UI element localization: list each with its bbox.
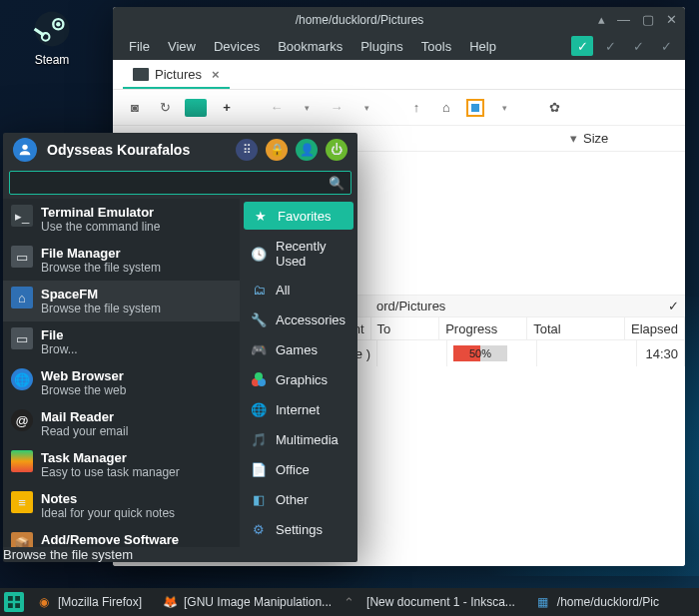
task-to: [377, 340, 447, 366]
fav-task-manager[interactable]: Task ManagerEasy to use task manager: [3, 444, 240, 485]
disk-icon[interactable]: ◙: [125, 98, 145, 118]
gimp-icon: 🦊: [162, 594, 178, 610]
task-spacefm[interactable]: ▦/home/ducklord/Pic: [527, 591, 667, 613]
spacefm-task-icon: ▦: [535, 594, 551, 610]
fav-software[interactable]: 📦Add/Remove SoftwareAdd or remove softwa…: [3, 526, 240, 547]
logout-icon[interactable]: 👤: [296, 139, 318, 161]
fm-titlebar[interactable]: /home/ducklord/Pictures ▴ — ▢ ✕: [113, 7, 685, 32]
settings-button[interactable]: ✿: [544, 98, 564, 118]
new-tab-button[interactable]: +: [217, 98, 237, 118]
tab-pictures[interactable]: Pictures ×: [123, 62, 230, 89]
refresh-icon[interactable]: ↻: [155, 98, 175, 118]
window-shade-icon[interactable]: ▴: [598, 12, 605, 27]
fav-file-manager[interactable]: ▭File ManagerBrowse the file system: [3, 240, 240, 281]
search-input[interactable]: 🔍: [9, 171, 351, 195]
menu-file[interactable]: File: [121, 35, 158, 58]
cat-games[interactable]: 🎮Games: [240, 334, 357, 364]
menu-bookmarks[interactable]: Bookmarks: [270, 35, 350, 58]
tab-label: Pictures: [155, 67, 202, 82]
games-icon: 🎮: [250, 340, 268, 358]
column-size[interactable]: Size: [583, 131, 673, 146]
forward-button[interactable]: →: [327, 98, 347, 118]
panel-toggle-1[interactable]: ✓: [571, 36, 593, 56]
panel-toggle-2[interactable]: ✓: [599, 36, 621, 56]
col-total[interactable]: Total: [527, 317, 625, 339]
back-dropdown[interactable]: ▾: [297, 98, 317, 118]
forward-dropdown[interactable]: ▾: [356, 98, 376, 118]
mail-icon: @: [11, 409, 33, 431]
fav-web-browser[interactable]: 🌐Web BrowserBrowse the web: [3, 362, 240, 403]
fav-mail[interactable]: @Mail ReaderRead your email: [3, 403, 240, 444]
fav-notes[interactable]: ≡NotesIdeal for your quick notes: [3, 485, 240, 526]
cat-accessories[interactable]: 🔧Accessories: [240, 305, 357, 334]
tab-close-icon[interactable]: ×: [212, 67, 220, 82]
fav-spacefm[interactable]: ⌂SpaceFMBrowse the file system: [3, 281, 240, 321]
application-menu: Odysseas Kourafalos ⠿ 🔒 👤 ⏻ 🔍 ▸_Terminal…: [3, 133, 357, 562]
fav-files[interactable]: ▭FileBrow...: [3, 321, 240, 362]
panel-toggle-4[interactable]: ✓: [655, 36, 677, 56]
settings-icon[interactable]: ⠿: [236, 139, 258, 161]
window-minimize-icon[interactable]: —: [617, 12, 630, 27]
terminal-icon: ▸_: [11, 205, 33, 227]
col-to[interactable]: To: [371, 317, 440, 339]
back-button[interactable]: ←: [267, 98, 287, 118]
menu-view[interactable]: View: [160, 35, 204, 58]
menu-favorites-list: ▸_Terminal EmulatorUse the command line …: [3, 199, 240, 547]
task-inkscape[interactable]: [New document 1 - Inksca...: [358, 591, 523, 613]
notes-icon: ≡: [11, 491, 33, 513]
cat-all[interactable]: 🗂All: [240, 275, 357, 305]
taskbar: ◉[Mozilla Firefox] 🦊[GNU Image Manipulat…: [0, 588, 699, 616]
menu-plugins[interactable]: Plugins: [352, 35, 411, 58]
cat-office[interactable]: 📄Office: [240, 454, 357, 484]
cat-settings[interactable]: ⚙Settings: [240, 514, 357, 544]
file-manager-icon: ▭: [11, 246, 33, 268]
menu-tools[interactable]: Tools: [413, 35, 459, 58]
clock-icon: 🕓: [250, 245, 268, 263]
cat-graphics[interactable]: Graphics: [240, 364, 357, 394]
desktop-icon-label: Steam: [35, 53, 70, 67]
multimedia-icon: 🎵: [250, 430, 268, 448]
start-button[interactable]: [4, 592, 24, 612]
column-menu-dropdown[interactable]: ▾: [570, 131, 583, 146]
select-tool-button[interactable]: [466, 99, 484, 117]
search-field[interactable]: [16, 176, 329, 191]
task-total: [537, 340, 637, 366]
menu-devices[interactable]: Devices: [206, 35, 268, 58]
cat-favorites[interactable]: ★Favorites: [244, 202, 353, 230]
user-avatar-icon[interactable]: [13, 138, 37, 162]
panel-toggle-3[interactable]: ✓: [627, 36, 649, 56]
new-folder-button[interactable]: [185, 99, 207, 117]
fm-menubar: File View Devices Bookmarks Plugins Tool…: [113, 32, 685, 60]
fm-toolbar: ◙ ↻ + ← ▾ → ▾ ↑ ⌂ ▾ ✿: [113, 90, 685, 126]
svg-point-4: [22, 145, 27, 150]
task-gimp[interactable]: 🦊[GNU Image Manipulation...: [154, 591, 340, 613]
tooltip: Browse the file system: [3, 547, 357, 562]
col-progress[interactable]: Progress: [439, 317, 527, 339]
menu-search: 🔍: [3, 167, 357, 199]
up-button[interactable]: ↑: [406, 98, 426, 118]
cat-internet[interactable]: 🌐Internet: [240, 394, 357, 424]
lock-icon[interactable]: 🔒: [266, 139, 288, 161]
star-icon: ★: [252, 207, 270, 225]
svg-point-2: [56, 22, 60, 26]
internet-icon: 🌐: [250, 400, 268, 418]
task-firefox[interactable]: ◉[Mozilla Firefox]: [28, 591, 150, 613]
task-manager-icon: [11, 450, 33, 472]
svg-rect-11: [15, 603, 20, 608]
accessories-icon: 🔧: [250, 310, 268, 328]
home-button[interactable]: ⌂: [436, 98, 456, 118]
desktop-icon-steam[interactable]: Steam: [20, 10, 84, 67]
power-icon[interactable]: ⏻: [326, 139, 348, 161]
svg-rect-8: [8, 596, 13, 601]
menu-help[interactable]: Help: [461, 35, 504, 58]
fav-terminal[interactable]: ▸_Terminal EmulatorUse the command line: [3, 199, 240, 240]
svg-rect-9: [15, 596, 20, 601]
cat-other[interactable]: ◧Other: [240, 484, 357, 514]
cat-recent[interactable]: 🕓Recently Used: [240, 233, 357, 275]
task-progress: 50%: [447, 340, 537, 366]
col-elapsed[interactable]: Elapsed: [625, 317, 685, 339]
select-dropdown[interactable]: ▾: [494, 98, 514, 118]
cat-multimedia[interactable]: 🎵Multimedia: [240, 424, 357, 454]
window-close-icon[interactable]: ✕: [666, 12, 677, 27]
window-maximize-icon[interactable]: ▢: [642, 12, 654, 27]
